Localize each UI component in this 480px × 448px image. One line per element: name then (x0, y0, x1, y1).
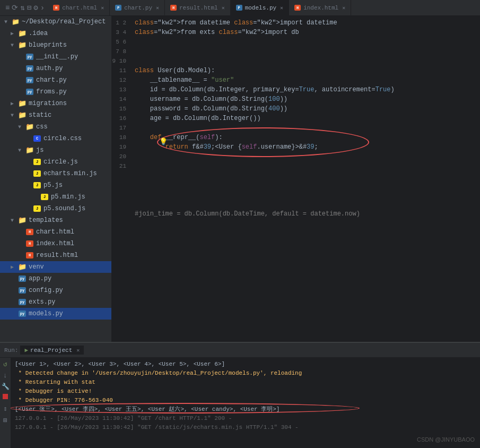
run-tab-close[interactable]: ✕ (76, 347, 80, 354)
sidebar-item-circle_js[interactable]: Jcircle.js (0, 156, 111, 168)
tab-label: chart.py (124, 5, 152, 11)
sidebar-item-exts_py[interactable]: pyexts.py (0, 296, 111, 308)
tab-icon-html: H (294, 5, 301, 11)
js-icon: J (33, 205, 41, 212)
sidebar-label: index.html (36, 240, 74, 247)
sidebar-label: circle.css (43, 135, 82, 142)
sidebar-item-app_py[interactable]: pyapp.py (0, 273, 111, 285)
py-icon: py (25, 89, 34, 96)
sidebar-item-index_html[interactable]: Hindex.html (0, 238, 111, 249)
sidebar-item-circle_css[interactable]: Ccircle.css (0, 133, 111, 144)
minimize-icon[interactable]: ⊟ (27, 3, 31, 12)
sidebar-item-venv[interactable]: ▶📁venv (0, 261, 111, 273)
sidebar-item-models_py[interactable]: pymodels.py (0, 308, 111, 320)
tab-close[interactable]: ✕ (156, 5, 159, 11)
tab-result-html[interactable]: Hresult.html✕ (165, 0, 231, 16)
folder-arrow: ▶ (11, 100, 18, 107)
scroll-up-icon[interactable]: ⇕ (3, 404, 7, 413)
py-icon: py (25, 65, 34, 72)
sidebar-item-migrations[interactable]: ▶📁migrations (0, 98, 111, 109)
settings-icon[interactable]: ⚙ (33, 3, 38, 12)
tab-index-html[interactable]: Hindex.html✕ (289, 0, 351, 16)
tab-close[interactable]: ✕ (101, 5, 104, 11)
main-layout: ▼📁~/Desktop/real_Project▶📁.idea▼📁bluepri… (0, 16, 480, 342)
sidebar-root[interactable]: ▼📁~/Desktop/real_Project (0, 16, 111, 28)
sidebar-label: js (36, 147, 43, 154)
css-icon: C (33, 135, 41, 142)
tab-chart-py[interactable]: Pchart.py✕ (110, 0, 165, 16)
console-area: ↺ ↓ 🔧 ⇕ ⊞ [<User 1>, <User 2>, <User 3>,… (0, 358, 480, 448)
sidebar-item-auth_py[interactable]: pyauth.py (0, 63, 111, 74)
toolbar-icons: ≡ ⟳ ⇅ ⊟ ⚙ › (2, 3, 48, 12)
refresh-icon[interactable]: ⟳ (12, 3, 18, 12)
bottom-panel: Run: ▶ real_Project ✕ ↺ ↓ 🔧 ⇕ ⊞ [<User 1… (0, 342, 480, 448)
filter-icon[interactable]: ⊞ (3, 416, 7, 425)
tab-models-py[interactable]: Pmodels.py✕ (231, 0, 289, 16)
tab-label: models.py (245, 5, 276, 11)
console-line: * Restarting with stat (15, 378, 476, 387)
console-line: [<User 张三>, <User 李四>, <User 王五>, <User … (15, 405, 476, 414)
tab-chart-html[interactable]: Hchart.html✕ (48, 0, 110, 16)
console-line: * Debugger PIN: 776-563-040 (15, 396, 476, 405)
tab-icon-html: H (170, 5, 177, 11)
tab-close[interactable]: ✕ (222, 5, 225, 11)
sidebar-item-static[interactable]: ▼📁static (0, 109, 111, 121)
tab-icon-py: P (115, 5, 121, 11)
sidebar-item-js[interactable]: ▼📁js (0, 144, 111, 156)
run-tab-bar: Run: ▶ real_Project ✕ (0, 343, 480, 358)
sidebar-label: circle.js (43, 158, 78, 166)
console-line: * Debugger is active! (15, 387, 476, 396)
tab-close[interactable]: ✕ (280, 5, 283, 11)
sidebar-label: models.py (29, 310, 63, 317)
sidebar-label: exts.py (29, 298, 55, 306)
code-content[interactable]: class="kw2">from datetime class="kw2">im… (130, 16, 480, 342)
stop-icon[interactable] (3, 394, 8, 399)
scroll-down-icon[interactable]: ↓ (3, 372, 7, 380)
restart-icon[interactable]: ↺ (3, 360, 7, 368)
console-line: [<User 1>, <User 2>, <User 3>, <User 4>,… (15, 360, 476, 369)
html-icon: H (25, 252, 34, 259)
sidebar-item-p5js[interactable]: Jp5.js (0, 179, 111, 191)
js-icon: J (33, 159, 41, 166)
root-label: ~/Desktop/real_Project (22, 18, 106, 25)
tab-close[interactable]: ✕ (342, 5, 345, 11)
sidebar-item-chart_html[interactable]: Hchart.html (0, 226, 111, 238)
sidebar-label: echarts.min.js (43, 170, 97, 177)
expand-icon[interactable]: › (40, 4, 45, 12)
sidebar-item-templates[interactable]: ▼📁templates (0, 214, 111, 226)
sidebar-item-idea[interactable]: ▶📁.idea (0, 28, 111, 39)
console-left-strip: ↺ ↓ 🔧 ⇕ ⊞ (0, 358, 11, 448)
tab-container: Hchart.html✕Pchart.py✕Hresult.html✕Pmode… (48, 0, 351, 16)
sidebar-item-chart_py[interactable]: pychart.py (0, 74, 111, 86)
sidebar-item-p5_sound_js[interactable]: Jp5.sound.js (0, 203, 111, 214)
sidebar-item-result_html[interactable]: Hresult.html (0, 249, 111, 261)
sidebar-item-echarts_min_js[interactable]: Jecharts.min.js (0, 168, 111, 179)
folder-icon: 📁 (25, 124, 34, 131)
sidebar-label: config.py (29, 287, 63, 294)
folder-arrow: ▼ (18, 148, 25, 153)
sidebar-item-froms_py[interactable]: pyfroms.py (0, 86, 111, 98)
run-tab[interactable]: ▶ real_Project ✕ (20, 346, 84, 355)
sidebar-item-init_py[interactable]: py__init__.py (0, 51, 111, 63)
sidebar-item-config_py[interactable]: pyconfig.py (0, 285, 111, 296)
menu-icon[interactable]: ≡ (5, 4, 10, 12)
arrow-icon: ▼ (4, 19, 12, 25)
sidebar-label: p5.min.js (51, 193, 85, 201)
folder-icon: 📁 (18, 42, 27, 49)
html-icon: H (25, 229, 34, 236)
js-icon: J (33, 182, 41, 189)
sidebar-item-p5_min_js[interactable]: Jp5.min.js (0, 191, 111, 203)
console-output: [<User 1>, <User 2>, <User 3>, <User 4>,… (11, 358, 480, 448)
sort-icon[interactable]: ⇅ (20, 3, 24, 12)
console-line: * Detected change in '/Users/zhouyujin/D… (15, 369, 476, 378)
wrench-icon[interactable]: 🔧 (2, 383, 10, 391)
folder-icon: 📁 (18, 30, 27, 37)
py-icon: py (25, 77, 34, 84)
py-icon: py (18, 287, 27, 294)
tab-label: chart.html (62, 5, 97, 11)
run-label: Run: (4, 347, 18, 354)
sidebar-item-blueprints[interactable]: ▼📁blueprints (0, 39, 111, 51)
sidebar-label: migrations (29, 100, 67, 107)
sidebar-item-css[interactable]: ▼📁css (0, 121, 111, 133)
sidebar-label: chart.py (36, 76, 67, 84)
